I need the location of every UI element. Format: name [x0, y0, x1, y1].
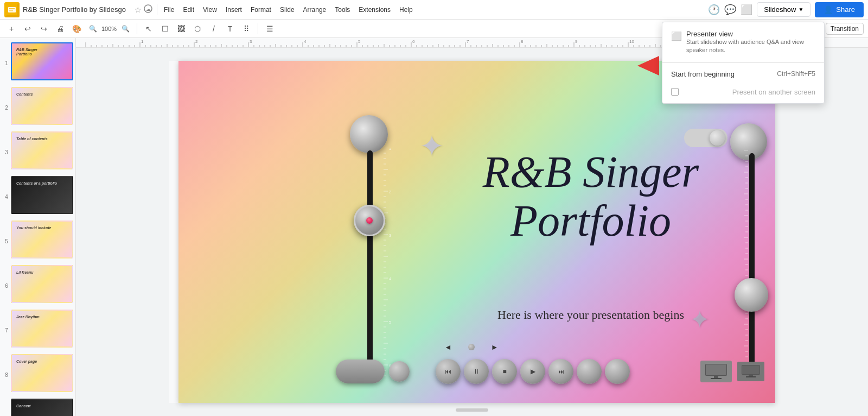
menu-tools[interactable]: Tools: [330, 4, 354, 16]
presenter-view-title: Presenter view: [686, 30, 815, 38]
present-on-another-screen-label: Present on another screen: [732, 88, 815, 96]
toggle-switch[interactable]: [684, 129, 727, 147]
line-icon[interactable]: /: [207, 22, 221, 36]
save-to-drive-icon[interactable]: ☁: [144, 4, 152, 15]
small-round-btn-1[interactable]: [389, 361, 410, 382]
monitor-icon-2[interactable]: [737, 362, 764, 381]
zoom-level[interactable]: 100%: [102, 22, 116, 36]
slide-number-2: 2: [2, 105, 11, 111]
right-slider-knob[interactable]: [735, 278, 768, 312]
menu-file[interactable]: File: [159, 4, 178, 16]
main-slide[interactable]: 1 2 3 4 5 6 ✦: [178, 61, 775, 403]
slideshow-dropdown-menu: ⬜ Presenter view Start slideshow with au…: [662, 22, 825, 104]
paint-icon[interactable]: 🎨: [69, 22, 84, 36]
menu-help[interactable]: Help: [395, 4, 417, 16]
insert-image-icon[interactable]: 🖼: [174, 22, 188, 36]
slide-number-1: 1: [2, 60, 11, 66]
add-slide-icon[interactable]: +: [4, 22, 18, 36]
start-from-beginning-label: Start from beginning: [671, 70, 735, 78]
slideshow-dropdown-arrow[interactable]: ▼: [798, 7, 803, 12]
extra-btn-2[interactable]: [605, 359, 630, 384]
svg-rect-3: [9, 10, 13, 11]
svg-text:4: 4: [304, 39, 307, 44]
present-on-another-screen-item[interactable]: Present on another screen: [662, 83, 824, 101]
history-icon[interactable]: 🕐: [708, 4, 720, 16]
slideshow-button[interactable]: Slideshow ▼: [757, 2, 810, 17]
slide-panel: 1R&B Singer Portfolio2Contents3Table of …: [0, 38, 76, 416]
cursor-icon[interactable]: ↖: [142, 22, 156, 36]
transport-left-arrow[interactable]: ◄: [444, 343, 452, 351]
main-toggle-button[interactable]: [336, 360, 385, 383]
slide-thumb-8[interactable]: Cover page: [11, 354, 73, 392]
slide-thumb-1[interactable]: R&B Singer Portfolio: [11, 42, 73, 80]
left-knob-top[interactable]: [350, 115, 388, 153]
bottom-controls: ⏮ ⏸ ■ ▶ ⏭: [336, 359, 764, 384]
slide-thumb-7[interactable]: Jazz Rhythm: [11, 310, 73, 348]
svg-text:4: 4: [389, 277, 391, 281]
forward-button[interactable]: ⏭: [548, 359, 573, 384]
start-shortcut: Ctrl+Shift+F5: [777, 70, 815, 78]
play-button[interactable]: ▶: [520, 359, 545, 384]
monitor-icon-1[interactable]: [700, 361, 732, 382]
transport-right-arrow[interactable]: ►: [491, 343, 499, 351]
print-icon[interactable]: 🖨: [53, 22, 67, 36]
layout-mode-icon[interactable]: ☰: [263, 22, 277, 36]
slide-thumb-3[interactable]: Table of contents: [11, 131, 73, 169]
svg-rect-2: [9, 8, 15, 9]
menu-insert[interactable]: Insert: [221, 4, 246, 16]
svg-rect-233: [749, 375, 753, 376]
select-icon[interactable]: ☐: [158, 22, 172, 36]
check-area: [671, 88, 682, 96]
red-arrow-pointer: [637, 56, 659, 75]
menu-edit[interactable]: Edit: [178, 4, 199, 16]
extras-icon[interactable]: ⠿: [239, 22, 253, 36]
redo-icon[interactable]: ↪: [37, 22, 51, 36]
slide-thumb-9[interactable]: Concert: [11, 399, 73, 416]
slide-thumb-container-8: 8Cover page: [2, 354, 73, 395]
start-from-beginning-item[interactable]: Start from beginning Ctrl+Shift+F5: [662, 65, 824, 83]
topbar-right: 🕐 💬 ⬜ Slideshow ▼ 👤 Share: [708, 2, 864, 17]
star-small-decoration: ✦: [690, 305, 710, 334]
slide-thumb-5[interactable]: You should include: [11, 220, 73, 259]
menu-format[interactable]: Format: [246, 4, 276, 16]
presenter-view-text: Presenter view Start slideshow with audi…: [686, 30, 815, 55]
divider: [157, 4, 157, 15]
slide-number-4: 4: [2, 194, 11, 200]
app-title: R&B Singer Portfolio by Slidesgo: [23, 5, 126, 14]
zoom-out-icon[interactable]: 🔍: [86, 22, 100, 36]
stop-button[interactable]: ■: [492, 359, 517, 384]
present-options-icon[interactable]: ⬜: [741, 4, 752, 16]
svg-text:5: 5: [358, 39, 361, 44]
undo-icon[interactable]: ↩: [21, 22, 35, 36]
left-slider-knob[interactable]: [354, 205, 385, 236]
presenter-view-desc: Start slideshow with audience Q&A and vi…: [686, 38, 815, 55]
comment-icon[interactable]: 💬: [724, 4, 736, 16]
svg-rect-232: [742, 365, 760, 374]
slide-thumb-6[interactable]: Lil Keanu: [11, 265, 73, 303]
slide-thumb-2[interactable]: Contents: [11, 87, 73, 125]
transport-dot: [468, 344, 475, 350]
skip-back-button[interactable]: ⏮: [436, 359, 461, 384]
menu-slide[interactable]: Slide: [276, 4, 299, 16]
svg-rect-234: [746, 376, 756, 377]
svg-text:5: 5: [389, 320, 391, 324]
favorite-icon[interactable]: ☆: [135, 5, 142, 14]
extra-btn-1[interactable]: [577, 359, 602, 384]
topbar: R&B Singer Portfolio by Slidesgo ☆ ☁ Fil…: [0, 0, 868, 20]
menu-extensions[interactable]: Extensions: [354, 4, 395, 16]
slide-thumb-4[interactable]: Contents of a portfolio: [11, 176, 73, 214]
play-pause-button[interactable]: ⏸: [464, 359, 489, 384]
transition-button[interactable]: Transition: [826, 23, 864, 35]
svg-text:10: 10: [629, 39, 634, 44]
svg-text:7: 7: [467, 39, 469, 44]
text-icon[interactable]: T: [223, 22, 237, 36]
zoom-in-icon[interactable]: 🔍: [118, 22, 132, 36]
shape-icon[interactable]: ⬡: [190, 22, 205, 36]
menu-view[interactable]: View: [199, 4, 221, 16]
toggle-knob: [710, 130, 725, 146]
share-button[interactable]: 👤 Share: [815, 2, 864, 17]
menu-arrange[interactable]: Arrange: [299, 4, 331, 16]
menu-bar: File Edit View Insert Format Slide Arran…: [159, 4, 417, 16]
present-checkbox[interactable]: [671, 88, 679, 96]
svg-text:2: 2: [389, 190, 391, 194]
